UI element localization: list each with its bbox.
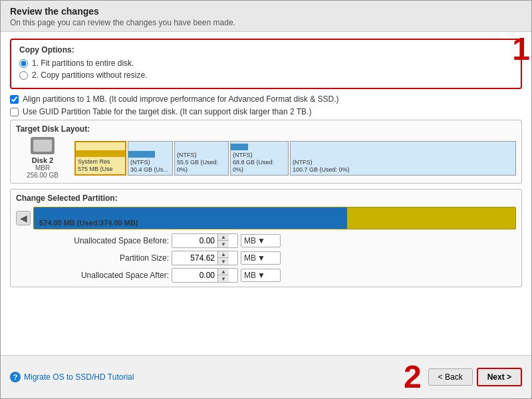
unallocated-after-buttons: ▲ ▼ — [217, 269, 229, 282]
partition-5[interactable]: (NTFS)100.7 GB (Used: 0%) — [290, 141, 516, 176]
checkbox-guid-label: Use GUID Partition Table for the target … — [23, 107, 311, 116]
partition-2[interactable]: (NTFS)30.4 GB (Us... — [128, 141, 173, 176]
partition-size-spinner[interactable]: ▲ ▼ — [172, 251, 238, 265]
copy-options-box: Copy Options: 1. Fit partitions to entir… — [10, 39, 522, 89]
radio-copy-partitions[interactable] — [19, 71, 28, 80]
resize-left-arrow[interactable]: ◀ — [16, 211, 31, 225]
help-icon: ? — [10, 372, 21, 382]
page-header: Review the changes On this page you can … — [1, 1, 531, 32]
partitions-container: System Res575 MB (Use (NTFS)30.4 GB (Us.… — [74, 141, 516, 176]
partition-4-label: (NTFS)68.8 GB (Used: 0%) — [231, 150, 288, 174]
help-link[interactable]: ? Migrate OS to SSD/HD Tutorial — [10, 372, 134, 382]
partition-size-unit[interactable]: MB ▼ — [241, 251, 281, 265]
unallocated-after-spinner[interactable]: ▲ ▼ — [172, 268, 238, 283]
disk-size: 256.00 GB — [27, 172, 59, 179]
partition-fields: Unallocated Space Before: ▲ ▼ MB ▼ Parti… — [36, 233, 516, 283]
page-subtitle: On this page you can review the changes … — [10, 18, 522, 27]
partition-size-input[interactable] — [172, 252, 217, 264]
partition-4[interactable]: (NTFS)68.8 GB (Used: 0%) — [230, 141, 289, 176]
partition-5-label: (NTFS)100.7 GB (Used: 0%) — [291, 158, 515, 175]
page-content: Copy Options: 1. Fit partitions to entir… — [1, 32, 531, 355]
unallocated-after-unit[interactable]: MB ▼ — [241, 269, 281, 282]
page-title: Review the changes — [10, 6, 522, 17]
checkbox-align[interactable] — [10, 95, 19, 104]
unallocated-before-unit[interactable]: MB ▼ — [241, 234, 281, 247]
unallocated-before-down[interactable]: ▼ — [218, 241, 229, 247]
radio-fit-label: 1. Fit partitions to entire disk. — [32, 59, 134, 68]
checkbox-guid[interactable] — [10, 108, 19, 116]
change-section-title: Change Selected Partition: — [16, 194, 516, 203]
unallocated-after-up[interactable]: ▲ — [218, 269, 229, 275]
partition-size-up[interactable]: ▲ — [218, 251, 229, 258]
partition-4-bar — [231, 144, 248, 150]
partition-1[interactable]: System Res575 MB (Use — [74, 141, 126, 176]
partition-bar-label: 574.00 MB (Used:374.00 MB) — [39, 219, 138, 227]
radio-option-2[interactable]: 2. Copy partitions without resize. — [19, 70, 513, 80]
next-button[interactable]: Next > — [477, 368, 522, 386]
partition-size-down[interactable]: ▼ — [218, 258, 229, 265]
badge-1: 1 — [512, 33, 530, 65]
unallocated-before-label: Unallocated Space Before: — [36, 236, 169, 245]
checkbox-guid-row[interactable]: Use GUID Partition Table for the target … — [10, 107, 522, 116]
unallocated-before-spinner[interactable]: ▲ ▼ — [172, 233, 238, 248]
partition-2-bar — [128, 151, 155, 158]
disk-info: Disk 2 MBR 256.00 GB — [16, 137, 69, 179]
disk-name: Disk 2 — [32, 156, 53, 164]
partition-size-label: Partition Size: — [36, 253, 169, 263]
partition-bar-container: 574.00 MB (Used:374.00 MB) — [33, 207, 516, 229]
checkbox-align-row[interactable]: Align partitions to 1 MB. (It could impr… — [10, 94, 522, 104]
partition-size-buttons: ▲ ▼ — [217, 251, 229, 265]
disk-row: Disk 2 MBR 256.00 GB System Res575 MB (U… — [16, 137, 516, 179]
partition-1-label: System Res575 MB (Use — [76, 157, 125, 174]
target-disk-title: Target Disk Layout: — [16, 124, 516, 134]
change-partition-section: Change Selected Partition: ◀ 574.00 MB (… — [10, 189, 522, 287]
disk-type: MBR — [35, 164, 50, 172]
disk-icon — [31, 137, 55, 154]
radio-copy-label: 2. Copy partitions without resize. — [32, 70, 147, 80]
badge-2: 2 — [404, 361, 422, 393]
partition-3[interactable]: (NTFS)55.5 GB (Used: 0%) — [174, 141, 229, 176]
partition-2-label: (NTFS)30.4 GB (Us... — [128, 158, 172, 175]
radio-fit-partitions[interactable] — [19, 59, 28, 68]
partition-3-label: (NTFS)55.5 GB (Used: 0%) — [175, 150, 228, 174]
help-text: Migrate OS to SSD/HD Tutorial — [24, 372, 134, 382]
unallocated-before-input[interactable] — [172, 235, 217, 247]
unallocated-before-buttons: ▲ ▼ — [217, 234, 229, 247]
checkbox-align-label: Align partitions to 1 MB. (It could impr… — [23, 94, 339, 104]
footer-buttons: 2 < Back Next > — [404, 361, 522, 393]
main-window: Review the changes On this page you can … — [0, 0, 532, 399]
back-button[interactable]: < Back — [428, 368, 473, 386]
unallocated-after-label: Unallocated Space After: — [36, 271, 169, 280]
radio-option-1[interactable]: 1. Fit partitions to entire disk. — [19, 59, 513, 68]
page-footer: ? Migrate OS to SSD/HD Tutorial 2 < Back… — [1, 355, 531, 398]
partition-resize-row: ◀ 574.00 MB (Used:374.00 MB) — [16, 207, 516, 229]
unallocated-after-down[interactable]: ▼ — [218, 275, 229, 282]
unallocated-after-input[interactable] — [172, 269, 217, 281]
target-disk-section: Target Disk Layout: Disk 2 MBR 256.00 GB… — [10, 120, 522, 184]
unallocated-before-up[interactable]: ▲ — [218, 234, 229, 241]
copy-options-legend: Copy Options: — [19, 45, 513, 55]
partition-1-bar — [76, 150, 125, 157]
